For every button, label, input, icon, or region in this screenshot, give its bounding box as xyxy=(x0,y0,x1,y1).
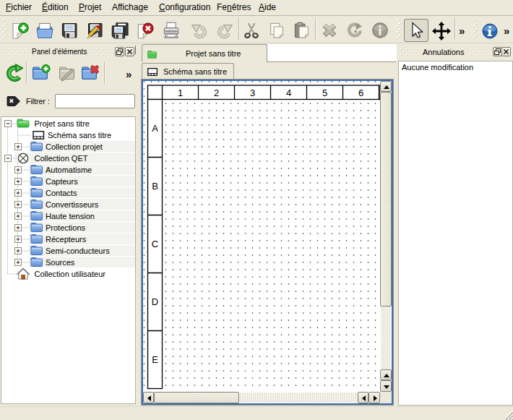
svg-text:B: B xyxy=(152,181,158,192)
svg-text:Automatisme: Automatisme xyxy=(46,166,92,174)
svg-text:2: 2 xyxy=(214,87,219,98)
svg-text:Capteurs: Capteurs xyxy=(46,177,78,186)
svg-text:Protections: Protections xyxy=(46,223,86,232)
svg-text:A: A xyxy=(152,123,158,134)
svg-text:Collection QET: Collection QET xyxy=(35,154,88,163)
svg-text:Sources: Sources xyxy=(46,258,75,267)
svg-text:6: 6 xyxy=(358,87,363,98)
svg-text:D: D xyxy=(152,296,158,307)
svg-text:5: 5 xyxy=(322,87,327,98)
svg-text:Contacts: Contacts xyxy=(46,189,77,197)
svg-text:4: 4 xyxy=(286,87,291,98)
svg-text:E: E xyxy=(152,354,158,365)
svg-text:Collection utilisateur: Collection utilisateur xyxy=(35,270,106,278)
svg-text:C: C xyxy=(152,239,158,249)
svg-text:Schéma sans titre: Schéma sans titre xyxy=(48,131,111,140)
svg-text:Récepteurs: Récepteurs xyxy=(46,235,87,244)
svg-text:Convertisseurs: Convertisseurs xyxy=(46,200,99,209)
svg-text:Projet sans titre: Projet sans titre xyxy=(35,119,90,128)
svg-text:Haute tension: Haute tension xyxy=(46,212,95,220)
svg-text:1: 1 xyxy=(178,87,183,98)
svg-text:3: 3 xyxy=(250,87,255,98)
svg-text:Semi-conducteurs: Semi-conducteurs xyxy=(46,247,110,255)
svg-text:Collection projet: Collection projet xyxy=(46,142,103,151)
